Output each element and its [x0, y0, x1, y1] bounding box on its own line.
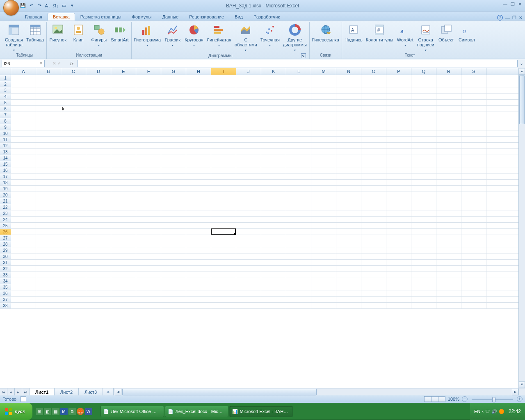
column-header[interactable]: N: [336, 68, 361, 75]
cell[interactable]: [386, 75, 411, 81]
cell[interactable]: [311, 204, 336, 210]
cell[interactable]: [411, 173, 436, 179]
cell[interactable]: [261, 217, 286, 222]
cell[interactable]: [336, 210, 361, 216]
cell[interactable]: [111, 75, 136, 81]
cell[interactable]: [286, 118, 311, 124]
cell[interactable]: [361, 180, 386, 185]
tab-formulas[interactable]: Формулы: [127, 13, 157, 21]
cell[interactable]: [86, 303, 111, 308]
page-break-view-button[interactable]: [438, 396, 445, 402]
cell[interactable]: [336, 167, 361, 173]
cell[interactable]: [211, 253, 236, 259]
cell[interactable]: [136, 137, 161, 142]
cell[interactable]: [361, 81, 386, 87]
cell[interactable]: [461, 137, 486, 142]
cell[interactable]: [161, 266, 186, 272]
hscroll-thumb[interactable]: [122, 389, 317, 395]
cell[interactable]: [111, 229, 136, 235]
cell[interactable]: [236, 94, 261, 99]
cell[interactable]: [286, 94, 311, 99]
cell[interactable]: [61, 112, 86, 118]
cell[interactable]: [11, 290, 36, 296]
cell[interactable]: [86, 290, 111, 296]
cell[interactable]: [136, 94, 161, 99]
sort-desc-icon[interactable]: Я↓: [52, 2, 59, 9]
cell[interactable]: [86, 130, 111, 136]
taskbar-task[interactable]: 📊Microsoft Excel - ВАН…: [229, 406, 293, 417]
cell[interactable]: [436, 192, 461, 198]
ql-icon[interactable]: ⊞: [36, 408, 43, 415]
cell[interactable]: [261, 143, 286, 148]
cell[interactable]: [61, 143, 86, 148]
cell[interactable]: [86, 284, 111, 290]
cell[interactable]: [311, 106, 336, 112]
cell[interactable]: [311, 137, 336, 142]
column-header[interactable]: C: [61, 68, 86, 75]
cell[interactable]: [386, 173, 411, 179]
zoom-in-button[interactable]: +: [517, 396, 523, 402]
cell[interactable]: [111, 130, 136, 136]
cell[interactable]: [286, 180, 311, 185]
scroll-right-icon[interactable]: ▶: [512, 389, 518, 395]
wordart-button[interactable]: A WordArt: [397, 23, 414, 52]
cell[interactable]: [311, 180, 336, 185]
cell[interactable]: [336, 112, 361, 118]
cell[interactable]: [361, 155, 386, 161]
row-header[interactable]: 16: [0, 167, 11, 173]
cell[interactable]: [111, 137, 136, 142]
cell[interactable]: [311, 297, 336, 302]
cell[interactable]: k: [61, 106, 86, 112]
expand-formula-bar-icon[interactable]: ⌄: [518, 61, 524, 66]
cell[interactable]: [11, 143, 36, 148]
cell[interactable]: [211, 284, 236, 290]
cell[interactable]: [386, 223, 411, 228]
cell[interactable]: [436, 303, 461, 308]
cell[interactable]: [61, 210, 86, 216]
cell[interactable]: [336, 290, 361, 296]
cell[interactable]: [236, 266, 261, 272]
cell[interactable]: [211, 106, 236, 112]
cell[interactable]: [461, 241, 486, 247]
cell[interactable]: [61, 149, 86, 155]
cell[interactable]: [211, 297, 236, 302]
row-header[interactable]: 11: [0, 137, 11, 142]
cell[interactable]: [236, 217, 261, 222]
first-sheet-icon[interactable]: I◂: [0, 388, 7, 396]
cell[interactable]: [211, 149, 236, 155]
cell[interactable]: [286, 137, 311, 142]
row-header[interactable]: 2: [0, 81, 11, 87]
cell[interactable]: [261, 87, 286, 93]
cell[interactable]: [436, 217, 461, 222]
cell[interactable]: [461, 81, 486, 87]
cell[interactable]: [311, 210, 336, 216]
cell[interactable]: [111, 186, 136, 192]
tab-home[interactable]: Главная: [20, 13, 48, 21]
cell[interactable]: [186, 253, 211, 259]
tab-view[interactable]: Вид: [229, 13, 248, 21]
cell[interactable]: [436, 118, 461, 124]
cell[interactable]: [361, 192, 386, 198]
cell[interactable]: [136, 118, 161, 124]
cell[interactable]: [261, 112, 286, 118]
cell[interactable]: [36, 303, 61, 308]
cell[interactable]: [436, 272, 461, 278]
cell[interactable]: [236, 186, 261, 192]
cell[interactable]: [261, 81, 286, 87]
cell[interactable]: [436, 278, 461, 284]
cell[interactable]: [336, 192, 361, 198]
cell[interactable]: [211, 192, 236, 198]
row-header[interactable]: 25: [0, 223, 11, 228]
cell[interactable]: [461, 149, 486, 155]
cell[interactable]: [461, 204, 486, 210]
cell[interactable]: [261, 130, 286, 136]
cell[interactable]: [11, 100, 36, 105]
cell[interactable]: [286, 241, 311, 247]
cell[interactable]: [36, 167, 61, 173]
cell[interactable]: [436, 155, 461, 161]
row-header[interactable]: 31: [0, 260, 11, 265]
cell[interactable]: [386, 198, 411, 204]
cell[interactable]: [236, 284, 261, 290]
cell[interactable]: [411, 130, 436, 136]
cell[interactable]: [186, 192, 211, 198]
